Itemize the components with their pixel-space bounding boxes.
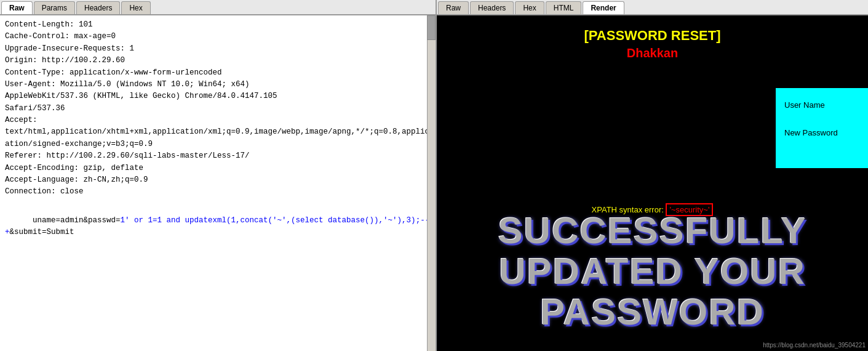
right-panel: Raw Headers Hex HTML Render [PASSWORD RE… (437, 0, 868, 351)
scrollbar-track[interactable] (427, 15, 436, 351)
left-panel: Raw Params Headers Hex Content-Length: 1… (0, 0, 437, 351)
headers-text: Content-Length: 101 Cache-Control: max-a… (5, 19, 431, 198)
watermark: https://blog.csdn.net/baidu_39504221 (763, 342, 866, 349)
payload-suffix: &submit=Submit (10, 228, 74, 236)
payload-prefix: uname=admin&passwd= (33, 216, 121, 225)
tab-hex-left[interactable]: Hex (121, 1, 150, 14)
scrollbar-thumb[interactable] (427, 15, 436, 40)
tab-raw-left[interactable]: Raw (1, 1, 33, 14)
left-content-area: Content-Length: 101 Cache-Control: max-a… (0, 15, 436, 351)
form-box: User Name New Password (776, 88, 868, 168)
tab-html[interactable]: HTML (546, 1, 582, 14)
tab-headers-left[interactable]: Headers (76, 1, 120, 14)
success-line1: SUCCESSFULLY (437, 211, 868, 251)
success-block: SUCCESSFULLY UPDATED YOUR PASSWORD (437, 211, 868, 333)
password-reset-subtitle: Dhakkan (437, 46, 868, 60)
tab-params[interactable]: Params (34, 1, 75, 14)
payload-line: uname=admin&passwd=1' or 1=1 and updatex… (5, 203, 431, 251)
password-label: New Password (784, 128, 859, 137)
right-tab-bar: Raw Headers Hex HTML Render (437, 0, 868, 15)
success-line3: PASSWORD (437, 292, 868, 333)
password-reset-title: [PASSWORD RESET] (437, 28, 868, 44)
right-content: [PASSWORD RESET] Dhakkan User Name New P… (437, 15, 868, 351)
success-line2: UPDATED YOUR (437, 251, 868, 292)
tab-raw-right[interactable]: Raw (438, 1, 469, 14)
tab-hex-right[interactable]: Hex (515, 1, 544, 14)
tab-headers-right[interactable]: Headers (470, 1, 514, 14)
tab-render[interactable]: Render (583, 1, 624, 14)
username-label: User Name (784, 100, 859, 110)
left-tab-bar: Raw Params Headers Hex (0, 0, 436, 15)
